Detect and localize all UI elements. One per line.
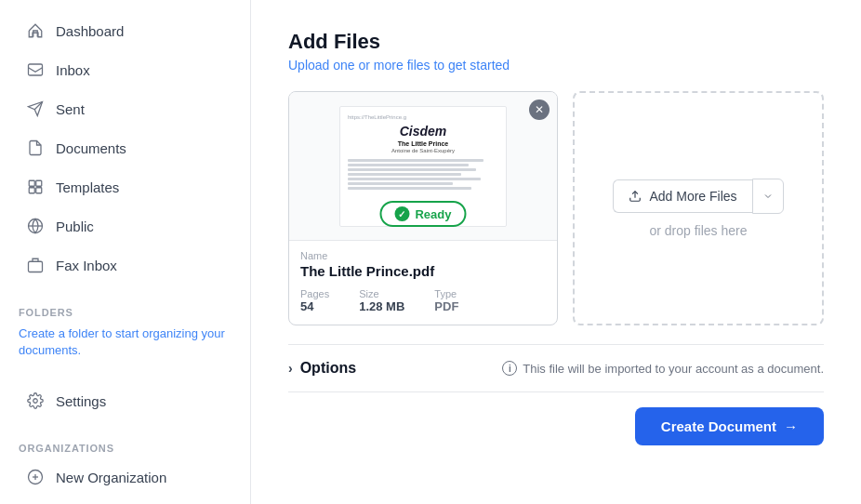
create-label: Create Document [661,418,776,434]
sidebar-item-templates[interactable]: Templates [7,168,243,206]
chevron-right-icon: › [288,361,293,376]
sidebar-item-label: Templates [56,179,119,195]
sidebar-item-public[interactable]: Public [7,207,243,245]
fax-icon [26,256,45,274]
public-icon [26,217,45,235]
size-label: Size [359,288,404,299]
options-label: Options [300,360,356,377]
file-preview: ✕ https://TheLittlePrince.g Cisdem The L… [289,92,557,241]
main-content: Add Files Upload one or more files to ge… [251,0,861,504]
sidebar-item-dashboard[interactable]: Dashboard [7,12,243,49]
upload-row: ✕ https://TheLittlePrince.g Cisdem The L… [288,91,824,325]
orgs-section-label: ORGANIZATIONS [0,435,250,458]
file-name-label: Name [300,250,546,261]
ready-label: Ready [415,207,451,221]
inbox-icon [26,60,45,79]
templates-icon [26,178,45,196]
sidebar-item-label: Sent [56,101,85,117]
type-label: Type [434,288,458,299]
check-icon: ✓ [394,206,409,221]
file-card: ✕ https://TheLittlePrince.g Cisdem The L… [288,91,558,325]
drop-text: or drop files here [649,223,747,238]
folders-section-label: FOLDERS [0,299,250,322]
sidebar-item-documents[interactable]: Documents [7,129,243,166]
plus-circle-icon [26,468,45,486]
sidebar-item-sent[interactable]: Sent [7,90,243,127]
remove-file-button[interactable]: ✕ [529,99,550,120]
sent-icon [26,99,45,118]
options-toggle[interactable]: › Options [288,360,356,377]
svg-rect-4 [29,188,34,193]
create-document-button[interactable]: Create Document → [635,407,824,445]
add-more-files-button[interactable]: Add More Files [613,179,751,213]
options-row: › Options i This file will be imported t… [288,344,824,377]
file-type: Type PDF [434,288,458,313]
page-title: Add Files [288,30,824,54]
sidebar-item-label: Settings [56,393,106,409]
sidebar-item-label: Dashboard [56,23,124,39]
options-info-text: This file will be imported to your accou… [523,362,824,376]
sidebar-item-new-org[interactable]: New Organization [7,458,243,496]
sidebar-item-label: New Organization [56,470,166,485]
sidebar-item-label: Documents [56,140,126,156]
bottom-bar: Create Document → [288,391,824,445]
settings-icon [26,391,45,410]
preview-text-lines [348,159,498,192]
svg-rect-5 [36,188,42,193]
pages-value: 54 [300,299,329,313]
svg-rect-2 [29,180,34,186]
sidebar-item-label: Public [56,219,94,234]
page-subtitle: Upload one or more files to get started [288,58,824,73]
ready-badge: ✓ Ready [379,201,466,227]
chevron-down-icon [762,191,774,202]
drop-zone[interactable]: Add More Files or drop files here [573,91,824,325]
info-icon: i [502,361,517,376]
sidebar-item-inbox[interactable]: Inbox [7,51,243,88]
sidebar-item-fax-inbox[interactable]: Fax Inbox [7,246,243,284]
svg-point-10 [33,399,38,404]
options-info: i This file will be imported to your acc… [502,361,824,376]
file-meta: Pages 54 Size 1.28 MB Type PDF [300,288,546,313]
folders-empty-text: Create a folder to start organizing your… [0,322,250,366]
pages-label: Pages [300,288,329,299]
home-icon [26,21,45,40]
sidebar: Dashboard Inbox Sent Documents Templates… [0,0,251,504]
size-value: 1.28 MB [359,299,404,313]
preview-url: https://TheLittlePrince.g [348,114,406,120]
type-value: PDF [434,299,458,313]
sidebar-item-settings[interactable]: Settings [7,382,243,419]
preview-title: The Little Prince [398,140,448,147]
sidebar-item-label: Inbox [56,62,90,78]
upload-icon [629,190,642,203]
file-pages: Pages 54 [300,288,329,313]
add-more-dropdown-button[interactable] [752,179,784,214]
add-more-label: Add More Files [649,189,736,204]
svg-rect-0 [29,64,43,75]
arrow-icon: → [784,418,798,434]
file-size: Size 1.28 MB [359,288,404,313]
file-name: The Little Prince.pdf [300,263,546,279]
preview-author: Antoine de Saint-Exupéry [391,148,455,153]
file-info: Name The Little Prince.pdf Pages 54 Size… [289,241,557,325]
svg-rect-3 [36,180,42,186]
add-more-btn-wrap: Add More Files [613,179,783,214]
svg-rect-8 [29,261,43,272]
preview-brand: Cisdem [400,124,447,139]
sidebar-item-label: Fax Inbox [56,258,117,273]
documents-icon [26,139,45,157]
